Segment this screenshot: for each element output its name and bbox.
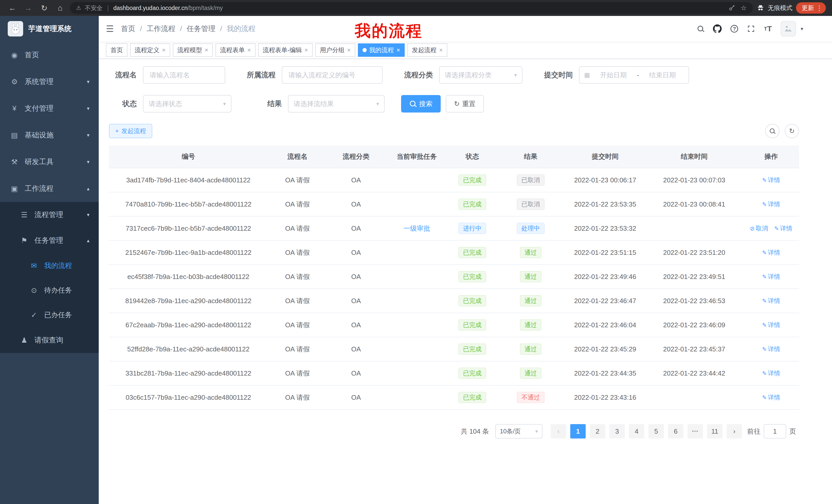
close-icon[interactable]: × (305, 47, 308, 54)
result-badge: 通过 (520, 247, 542, 258)
row-action-detail[interactable]: ✎详情 (762, 321, 780, 328)
filter-row-2: 状态 请选择状态 ▾ 结果 请选择流结果 ▾ 搜索 ↻重置 (109, 95, 799, 113)
sidebar-item-done-task[interactable]: ✓已办任务 (0, 303, 99, 327)
action-label: 详情 (768, 394, 780, 401)
row-action-detail[interactable]: ✎详情 (762, 201, 780, 207)
security-label: 不安全 (85, 4, 103, 12)
page-button-6[interactable]: 6 (668, 424, 683, 439)
tab-home[interactable]: 首页 (106, 44, 128, 57)
tab-start-process[interactable]: 发起流程× (407, 44, 447, 57)
task-link[interactable]: 一级审批 (404, 225, 430, 232)
row-action-cancel[interactable]: ⊘取消 (750, 225, 768, 232)
logo-image (8, 21, 23, 36)
close-icon[interactable]: × (439, 47, 443, 54)
page-size-select[interactable]: 10条/页▾ (495, 424, 543, 439)
close-icon[interactable]: × (205, 47, 208, 54)
result-badge: 通过 (520, 343, 542, 355)
tab-my-process[interactable]: 我的流程× (358, 44, 405, 57)
status-select[interactable]: 请选择状态 ▾ (143, 95, 231, 113)
row-action-detail[interactable]: ✎详情 (774, 225, 792, 232)
search-button[interactable]: 搜索 (401, 95, 441, 113)
sidebar-item-devtools[interactable]: ⚒研发工具▾ (0, 148, 99, 175)
breadcrumb-item[interactable]: 首页 (121, 24, 135, 34)
annotation-text: 我的流程 (355, 20, 423, 41)
forward-icon[interactable]: → (22, 2, 34, 14)
table-refresh-icon[interactable]: ↻ (785, 124, 799, 138)
sidebar-toggle-icon[interactable]: ☰ (99, 24, 121, 34)
page-button-3[interactable]: 3 (609, 424, 625, 439)
address-bar[interactable]: ⚠ 不安全 | dashboard.yudao.iocoder.cn/bpm/t… (70, 2, 753, 14)
sidebar-item-infrastructure[interactable]: ▤基础设施▾ (0, 122, 99, 148)
sidebar-item-home[interactable]: ◉首页 (0, 41, 99, 68)
help-icon[interactable]: ? (730, 25, 738, 33)
create-process-button[interactable]: +发起流程 (109, 124, 152, 138)
cell-actions: ✎详情 (743, 361, 799, 385)
status-badge: 已完成 (459, 343, 486, 355)
cell-id: 7317cec6-7b9b-11ec-b5b7-acde48001122 (109, 216, 268, 241)
close-icon[interactable]: × (247, 47, 251, 54)
sidebar-item-todo-task[interactable]: ⊙待办任务 (0, 278, 99, 303)
prev-page-button[interactable]: ‹ (551, 424, 566, 439)
fullscreen-icon[interactable] (747, 25, 755, 33)
browser-home-icon[interactable]: ⌂ (54, 2, 66, 14)
sidebar-item-payment[interactable]: ¥支付管理▾ (0, 95, 99, 122)
key-icon[interactable] (728, 4, 735, 11)
sidebar-item-system[interactable]: ⚙系统管理▾ (0, 68, 99, 95)
back-icon[interactable]: ← (6, 2, 19, 14)
process-def-input[interactable] (282, 66, 383, 84)
page-button-5[interactable]: 5 (648, 424, 664, 439)
more-pages-button[interactable]: ••• (687, 424, 703, 439)
font-size-icon[interactable]: TT (764, 24, 772, 33)
row-action-detail[interactable]: ✎详情 (762, 345, 780, 353)
user-avatar[interactable] (781, 21, 796, 36)
goto-page-input[interactable] (763, 424, 786, 439)
category-select[interactable]: 请选择流程分类 ▾ (439, 66, 522, 84)
close-icon[interactable]: × (162, 47, 165, 54)
update-button[interactable]: 更新 ⋮ (796, 2, 826, 13)
tab-process-model[interactable]: 流程模型× (173, 44, 213, 57)
tab-user-group[interactable]: 用户分组× (315, 44, 355, 57)
next-page-button[interactable]: › (727, 424, 742, 439)
tab-label: 我的流程 (369, 46, 394, 54)
browser-menu-icon[interactable]: ⋮ (816, 4, 823, 12)
row-action-detail[interactable]: ✎详情 (762, 370, 780, 376)
table-search-icon[interactable] (765, 124, 780, 138)
tab-process-definition[interactable]: 流程定义× (130, 44, 170, 57)
page-button-1[interactable]: 1 (570, 424, 586, 439)
row-action-detail[interactable]: ✎详情 (762, 249, 780, 256)
page-button-2[interactable]: 2 (590, 424, 605, 439)
row-action-detail[interactable]: ✎详情 (762, 273, 780, 280)
page-button-11[interactable]: 11 (707, 424, 723, 439)
search-icon[interactable] (697, 25, 704, 32)
close-icon[interactable]: × (396, 47, 400, 54)
tab-process-form-edit[interactable]: 流程表单-编辑× (258, 44, 313, 57)
breadcrumb-item[interactable]: 任务管理 (187, 24, 215, 34)
process-name-input[interactable] (143, 66, 225, 84)
column-header: 编号 (109, 145, 268, 168)
sidebar-item-leave-query[interactable]: ♟请假查询 (0, 327, 99, 353)
tab-process-form[interactable]: 流程表单× (215, 44, 256, 57)
result-select[interactable]: 请选择流结果 ▾ (288, 95, 385, 113)
page-button-4[interactable]: 4 (629, 424, 644, 439)
reload-icon[interactable]: ↻ (38, 2, 50, 14)
avatar-dropdown-icon[interactable]: ▾ (801, 26, 803, 32)
row-action-detail[interactable]: ✎详情 (762, 394, 780, 401)
sidebar-item-workflow[interactable]: ▣工作流程▴ (0, 175, 99, 202)
sidebar-item-task-mgmt[interactable]: ⚑任务管理▴ (0, 228, 99, 253)
breadcrumb-item[interactable]: 工作流程 (147, 24, 175, 34)
bookmark-star-icon[interactable]: ☆ (741, 4, 747, 12)
sidebar-item-process-mgmt[interactable]: ☰流程管理▾ (0, 202, 99, 228)
cell-actions: ⊘取消✎详情 (743, 216, 799, 241)
chevron-down-icon: ▾ (535, 428, 538, 435)
github-icon[interactable] (713, 24, 722, 33)
sidebar-item-my-process[interactable]: ✉我的流程 (0, 253, 99, 278)
cell-result: 处理中 (496, 216, 565, 241)
cell-result: 已取消 (496, 168, 565, 192)
row-action-detail[interactable]: ✎详情 (762, 297, 780, 304)
cell-submit-time: 2022-01-22 23:43:16 (565, 385, 645, 410)
row-action-detail[interactable]: ✎详情 (762, 176, 780, 184)
close-icon[interactable]: × (347, 47, 351, 54)
reset-button[interactable]: ↻重置 (446, 95, 484, 113)
sidebar: 芋道管理系统 ◉首页⚙系统管理▾¥支付管理▾▤基础设施▾⚒研发工具▾▣工作流程▴… (0, 16, 99, 504)
submit-time-range[interactable]: ▦ 开始日期 - 结束日期 (579, 66, 689, 84)
